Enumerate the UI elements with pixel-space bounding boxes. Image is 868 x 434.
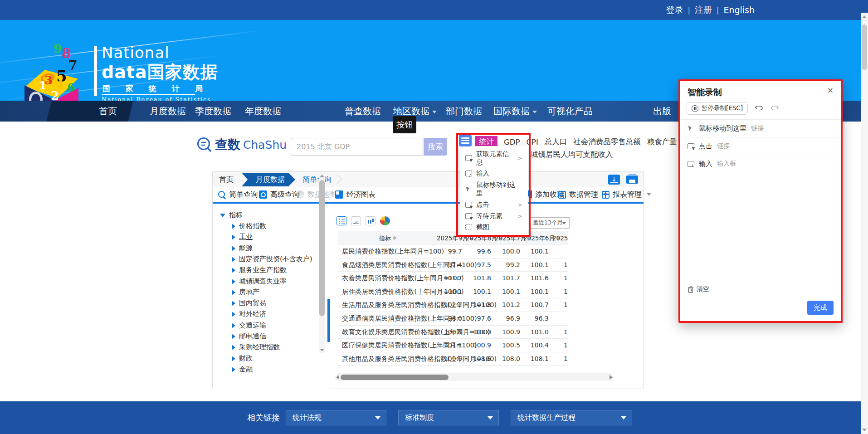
toolbar-item-0[interactable]: 简单查询 — [218, 187, 258, 202]
nav-item-6[interactable]: 部门数据 — [446, 101, 482, 122]
recorded-step[interactable]: 输入输入框 — [680, 155, 841, 172]
tree-item-3[interactable]: 固定资产投资(不含农户) — [232, 255, 312, 263]
login-link[interactable]: 登录 — [666, 4, 683, 16]
horizontal-scrollbar[interactable] — [335, 373, 614, 381]
footer-dropdown-label: 统计法规 — [293, 413, 322, 423]
context-menu-item[interactable]: 获取元素信息> — [460, 150, 528, 167]
menu-handle-icon[interactable] — [459, 135, 472, 146]
toolbar-item-1[interactable]: 高级查询 — [259, 187, 299, 202]
nav-item-1[interactable]: 月度数据 — [150, 101, 186, 122]
column-header-label: 指标 — [379, 234, 391, 242]
scroll-up-icon[interactable] — [862, 15, 867, 18]
report-manage-icon — [602, 191, 610, 199]
print-icon[interactable] — [626, 176, 638, 184]
pause-recording-button[interactable]: 暂停录制[ESC] — [687, 102, 748, 115]
column-header-0[interactable]: 指标 — [338, 231, 437, 245]
step-target: 链接 — [717, 142, 730, 150]
footer-dropdown-1[interactable]: 标准制度 — [398, 410, 499, 425]
column-header-5[interactable]: 2025年5月 — [552, 231, 568, 245]
search-button[interactable]: 搜索 — [424, 138, 447, 156]
tree-scrollbar[interactable] — [319, 173, 325, 353]
tree-item-label: 服务业生产指数 — [239, 266, 287, 274]
table-row: 医疗保健类居民消费价格指数(上年同月=100)101.1100.9100.510… — [338, 339, 568, 352]
topbar-links: 登录 | 注册 | English — [666, 0, 755, 20]
language-link[interactable]: English — [723, 5, 755, 15]
page-scrollbar[interactable] — [861, 13, 868, 434]
tree-item-4[interactable]: 服务业生产指数 — [232, 266, 287, 274]
footer-dropdown-2[interactable]: 统计数据生产过程 — [511, 410, 632, 425]
view-switch-icons — [336, 216, 390, 225]
tree-item-12[interactable]: 财政 — [232, 354, 253, 363]
close-icon[interactable]: × — [827, 87, 834, 94]
hot-keyword[interactable]: CPI — [526, 138, 538, 146]
nav-item-3[interactable]: 年度数据 — [245, 101, 281, 122]
time-range-select[interactable]: 最近13个月 — [529, 217, 570, 229]
redo-icon[interactable] — [770, 105, 779, 112]
done-button[interactable]: 完成 — [807, 301, 834, 315]
pie-chart-view-icon[interactable] — [380, 216, 390, 225]
menu-item-label: 截图 — [476, 223, 489, 231]
context-menu-item[interactable]: 等待元素> — [460, 212, 528, 220]
recorded-step[interactable]: 鼠标移动到这里链接 — [680, 119, 841, 137]
hot-keyword[interactable]: 社会消费品零售总额 — [573, 137, 641, 147]
tree-item-9[interactable]: 交通运输 — [232, 321, 266, 330]
tree-item-8[interactable]: 对外经济 — [232, 310, 266, 318]
pause-label: 暂停录制[ESC] — [702, 104, 743, 112]
tree-item-1[interactable]: 工业 — [232, 233, 253, 241]
hot-keyword[interactable]: 总人口 — [545, 137, 567, 147]
tree-item-10[interactable]: 邮电通信 — [232, 332, 266, 341]
line-chart-view-icon[interactable] — [351, 216, 361, 225]
scroll-down-icon[interactable] — [320, 349, 324, 351]
scroll-down-icon[interactable] — [862, 429, 867, 431]
tree-item-5[interactable]: 城镇调查失业率 — [232, 277, 287, 286]
nav-item-2[interactable]: 季度数据 — [195, 101, 231, 122]
download-icon[interactable]: ↓ — [608, 175, 620, 185]
tree-item-label: 财政 — [239, 354, 253, 363]
scroll-left-icon[interactable] — [336, 375, 339, 380]
context-menu-item[interactable]: 截图 — [460, 223, 528, 231]
hot-keyword[interactable]: GDP — [504, 138, 520, 146]
tree-item-2[interactable]: 能源 — [232, 244, 253, 253]
clear-steps-button[interactable]: 清空 — [688, 285, 709, 293]
nav-item-0[interactable]: 首页 — [99, 101, 117, 122]
context-menu-item[interactable]: 鼠标移动到这里 — [460, 180, 528, 198]
tree-item-13[interactable]: 金融 — [232, 365, 253, 374]
context-menu-item[interactable]: 输入 — [460, 169, 528, 178]
search-input[interactable] — [291, 138, 423, 156]
recorded-step[interactable]: 点击链接 — [680, 137, 841, 155]
tab-monthly-data[interactable]: 月度数据 — [242, 173, 295, 186]
nav-item-9[interactable]: 出版 — [653, 101, 671, 122]
tree-scroll-thumb[interactable] — [319, 180, 325, 316]
hot-keyword[interactable]: 粮食产量 — [647, 137, 677, 147]
nav-item-7[interactable]: 国际数据 — [493, 101, 537, 122]
tree-item-11[interactable]: 采购经理指数 — [232, 343, 280, 351]
toolbar-right-item-2[interactable]: 报表管理 — [602, 187, 651, 202]
tab-home[interactable]: 首页 — [219, 172, 234, 187]
table-view-icon[interactable] — [336, 216, 346, 225]
tree-item-6[interactable]: 房地产 — [232, 288, 259, 297]
panel-splitter[interactable] — [327, 299, 330, 342]
footer-dropdown-0[interactable]: 统计法规 — [286, 410, 386, 425]
tree-root-indicator[interactable]: 指标 — [220, 211, 243, 219]
undo-icon[interactable] — [755, 105, 763, 112]
footer-dropdown-label: 统计数据生产过程 — [517, 413, 575, 423]
nav-item-8[interactable]: 可视化产品 — [547, 101, 593, 122]
nav-item-4[interactable]: 普查数据 — [345, 101, 381, 122]
hscroll-thumb[interactable] — [341, 375, 449, 380]
toolbar-item-3[interactable]: 经济图表 — [335, 187, 375, 202]
register-link[interactable]: 注册 — [695, 4, 712, 16]
tree-item-0[interactable]: 价格指数 — [232, 222, 266, 230]
tree-item-7[interactable]: 国内贸易 — [232, 299, 266, 307]
chashu-logo-icon — [196, 137, 212, 153]
sort-icon[interactable] — [393, 236, 396, 240]
hot-keywords-line2[interactable]: PPI 城镇居民人均可支配收入 — [517, 150, 613, 160]
data-manage-icon — [558, 191, 566, 199]
scroll-up-icon[interactable] — [320, 175, 324, 177]
context-menu-item[interactable]: 点击> — [460, 200, 528, 209]
page-scroll-thumb[interactable] — [862, 24, 867, 70]
scroll-right-icon[interactable] — [610, 375, 613, 380]
mouse-move-icon — [688, 126, 694, 132]
tab-simple-query[interactable]: 简单查询 — [302, 172, 332, 187]
toolbar-right-item-1[interactable]: 数据管理 — [558, 187, 608, 202]
bar-chart-view-icon[interactable] — [366, 216, 375, 225]
